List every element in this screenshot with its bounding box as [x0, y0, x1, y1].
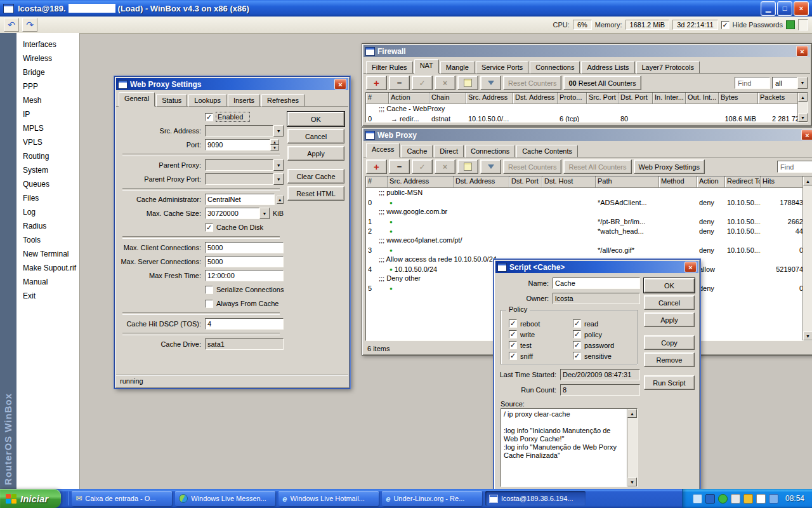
remove-button[interactable]: Remove — [644, 352, 695, 367]
filter-button[interactable] — [480, 76, 501, 90]
col-num[interactable]: # — [366, 177, 388, 188]
col-out-interface[interactable]: Out. Int... — [686, 93, 719, 104]
scroll-down-icon[interactable]: ▼ — [803, 331, 812, 340]
sidebar-item-ppp[interactable]: PPP — [16, 79, 79, 93]
spin-up-icon[interactable]: ▲ — [270, 139, 279, 145]
close-button[interactable]: × — [794, 1, 809, 16]
undo-button[interactable]: ↶ — [4, 18, 19, 32]
source-text[interactable]: / ip proxy clear-cache :log info "Inicia… — [501, 409, 627, 486]
firewall-titlebar[interactable]: Firewall × — [363, 45, 810, 57]
src-address-field[interactable] — [205, 125, 273, 137]
add-access-button[interactable]: + — [366, 159, 387, 174]
col-action[interactable]: Action — [389, 93, 429, 104]
col-path[interactable]: Path — [596, 177, 659, 188]
tray-network-icon[interactable] — [693, 494, 702, 504]
sidebar-item-radius[interactable]: Radius — [16, 219, 79, 233]
reset-all-counters-button[interactable]: Reset All Counters — [563, 159, 631, 174]
script-titlebar[interactable]: Script <Cache> × — [495, 261, 698, 273]
tray-display-icon[interactable] — [705, 494, 715, 504]
ok-button[interactable]: OK — [644, 278, 695, 293]
minimize-button[interactable]: ▁ — [761, 1, 776, 16]
col-bytes[interactable]: Bytes — [719, 93, 758, 104]
source-scrollbar[interactable]: ▲ ▼ — [627, 409, 637, 486]
tray-messenger-icon[interactable] — [769, 494, 778, 504]
tab-address-lists[interactable]: Address Lists — [581, 61, 634, 74]
tab-connections[interactable]: Connections — [530, 61, 580, 74]
name-field[interactable]: Cache — [553, 277, 640, 289]
tab-service-ports[interactable]: Service Ports — [476, 61, 528, 74]
sidebar-item-manual[interactable]: Manual — [16, 275, 79, 289]
clear-cache-button[interactable]: Clear Cache — [287, 169, 344, 184]
max-server-connections-field[interactable]: 5000 — [205, 256, 284, 267]
web-proxy-vertical-scrollbar[interactable]: ▲ ▼ — [802, 177, 812, 340]
tab-connections[interactable]: Connections — [465, 145, 515, 157]
policy-read-checkbox[interactable]: ✓ — [573, 319, 581, 328]
sidebar-item-ip[interactable]: IP — [16, 107, 79, 121]
ok-button[interactable]: OK — [287, 112, 344, 126]
serialize-connections-checkbox[interactable]: ✓ — [205, 286, 213, 294]
max-fresh-time-field[interactable]: 12:00:00 — [205, 270, 284, 281]
col-hits[interactable]: Hits — [761, 177, 802, 188]
firewall-comment-row[interactable]: ;;; Cache - WebProxy — [366, 104, 797, 114]
access-rule-row[interactable]: 0 ● *ADSAdClient... deny 10.10.50.... 17… — [366, 197, 802, 207]
enable-rule-button[interactable]: ✓ — [412, 76, 433, 90]
col-dst-port[interactable]: Dst. Port — [619, 93, 653, 104]
sidebar-item-wireless[interactable]: Wireless — [16, 51, 79, 65]
sidebar-item-exit[interactable]: Exit — [16, 289, 79, 303]
remove-rule-button[interactable]: − — [389, 76, 410, 90]
cache-hit-dscp-field[interactable]: 4 — [205, 318, 284, 330]
apply-button[interactable]: Apply — [287, 146, 344, 161]
disable-access-button[interactable]: × — [435, 159, 455, 174]
policy-reboot-checkbox[interactable]: ✓ — [509, 319, 517, 328]
sidebar-item-interfaces[interactable]: Interfaces — [16, 37, 79, 51]
start-button[interactable]: Iniciar — [0, 489, 61, 508]
cancel-button[interactable]: Cancel — [644, 295, 695, 310]
cancel-button[interactable]: Cancel — [287, 129, 344, 144]
tab-refreshes[interactable]: Refreshes — [261, 94, 304, 107]
find-input[interactable]: Find — [777, 161, 812, 173]
parent-proxy-port-field[interactable] — [205, 173, 273, 185]
sidebar-item-files[interactable]: Files — [16, 191, 79, 205]
run-script-button[interactable]: Run Script — [644, 375, 695, 390]
chevron-down-icon[interactable]: ▼ — [259, 208, 270, 219]
col-in-interface[interactable]: In. Inter... — [653, 93, 686, 104]
port-stepper[interactable]: ▲ ▼ — [270, 139, 279, 150]
restore-button[interactable]: □ — [777, 1, 792, 16]
tray-printer-icon[interactable] — [731, 494, 740, 504]
chevron-down-icon[interactable]: ▼ — [273, 159, 284, 171]
web-proxy-settings-button[interactable]: Web Proxy Settings — [634, 159, 705, 174]
col-dst-port[interactable]: Dst. Port — [509, 177, 542, 188]
col-method[interactable]: Method — [659, 177, 697, 188]
policy-policy-checkbox[interactable]: ✓ — [573, 330, 581, 338]
chevron-down-icon[interactable]: ▼ — [273, 173, 284, 185]
access-rule-row[interactable]: 3 ● */all/eco.gif* deny 10.10.50.... 0 — [366, 245, 802, 255]
comment-button[interactable] — [457, 159, 478, 174]
source-editor[interactable]: / ip proxy clear-cache :log info "Inicia… — [501, 408, 638, 487]
tab-inserts[interactable]: Inserts — [228, 94, 260, 107]
tray-volume-icon[interactable] — [756, 494, 766, 504]
last-time-started-field[interactable]: Dec/20/2009 08:47:31 — [560, 369, 640, 380]
sidebar-item-routing[interactable]: Routing — [16, 149, 79, 163]
apply-button[interactable]: Apply — [644, 312, 695, 327]
scroll-down-icon[interactable]: ▼ — [798, 113, 808, 122]
taskbar-item-outlook[interactable]: ✉ Caixa de entrada - O... — [72, 491, 172, 506]
tab-lookups[interactable]: Lookups — [188, 94, 226, 107]
port-field[interactable]: 9090 — [205, 139, 270, 150]
tab-status[interactable]: Status — [156, 94, 187, 107]
always-from-cache-checkbox[interactable]: ✓ — [205, 300, 213, 308]
proxy-settings-titlebar[interactable]: Web Proxy Settings × — [116, 78, 348, 90]
run-count-field[interactable]: 8 — [560, 384, 640, 396]
policy-sniff-checkbox[interactable]: ✓ — [509, 352, 517, 360]
sidebar-item-make-supout[interactable]: Make Supout.rif — [16, 261, 79, 275]
chevron-down-icon[interactable]: ▼ — [273, 125, 284, 137]
script-close-button[interactable]: × — [684, 262, 697, 272]
col-action[interactable]: Action — [697, 177, 725, 188]
col-dst-address[interactable]: Dst. Address — [454, 177, 509, 188]
owner-field[interactable]: lcosta — [553, 293, 640, 304]
proxy-settings-close-button[interactable]: × — [334, 79, 346, 90]
reset-counters-button[interactable]: Reset Counters — [503, 76, 561, 90]
tab-mangle[interactable]: Mangle — [440, 61, 475, 74]
firewall-close-button[interactable]: × — [796, 46, 808, 57]
comment-button[interactable] — [457, 76, 478, 90]
scroll-up-icon[interactable]: ▲ — [803, 177, 812, 185]
